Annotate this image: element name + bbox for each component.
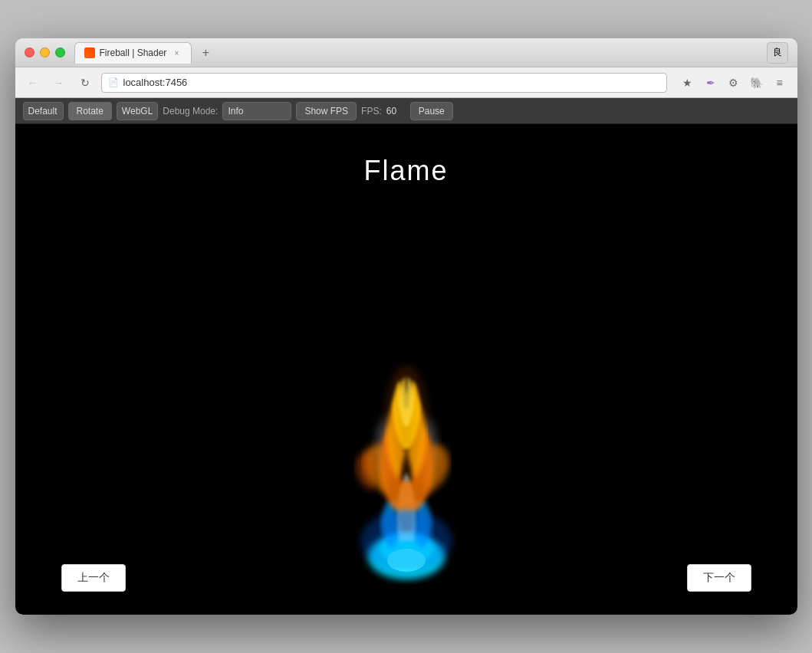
traffic-lights <box>25 48 65 57</box>
default-select[interactable]: Default <box>23 102 64 120</box>
tab-title: Fireball | Shader <box>100 48 167 58</box>
svg-point-3 <box>383 365 429 487</box>
extension-icon-1[interactable]: ✒ <box>701 73 721 93</box>
maximize-window-button[interactable] <box>55 48 65 57</box>
tab-close-button[interactable]: × <box>171 48 182 58</box>
debug-mode-select[interactable]: Info <box>222 102 291 120</box>
svg-point-4 <box>360 510 452 572</box>
active-tab[interactable]: Fireball | Shader × <box>74 42 192 64</box>
flame-title: Flame <box>363 155 448 187</box>
back-button[interactable]: ← <box>23 73 43 93</box>
flame-svg <box>330 273 483 595</box>
next-page-button[interactable]: 下一个 <box>687 564 751 592</box>
close-window-button[interactable] <box>25 48 35 57</box>
window-control-icon[interactable]: 良 <box>767 42 788 64</box>
webgl-badge: WebGL <box>117 102 158 120</box>
toolbar: Default Rotate WebGL Debug Mode: Info Sh… <box>15 98 797 124</box>
page-doc-icon: 📄 <box>108 77 119 87</box>
menu-button[interactable]: ≡ <box>770 73 790 93</box>
debug-mode-label: Debug Mode: <box>163 106 218 116</box>
tab-area: Fireball | Shader × + <box>74 42 767 64</box>
browser-window: Fireball | Shader × + 良 ← → ↻ 📄 localhos… <box>15 38 797 615</box>
extension-icon-2[interactable]: ⚙ <box>724 73 744 93</box>
address-right-icons: ★ ✒ ⚙ 🐘 ≡ <box>678 73 790 93</box>
tab-favicon-icon <box>84 48 95 58</box>
prev-page-button[interactable]: 上一个 <box>61 564 126 592</box>
extension-icon-3[interactable]: 🐘 <box>747 73 767 93</box>
pause-button[interactable]: Pause <box>410 102 453 120</box>
fps-label: FPS: <box>361 106 382 116</box>
reload-button[interactable]: ↻ <box>75 73 95 93</box>
forward-button[interactable]: → <box>49 73 69 93</box>
url-text: localhost:7456 <box>123 77 188 88</box>
fps-value: 60 <box>386 106 406 116</box>
address-bar: ← → ↻ 📄 localhost:7456 ★ ✒ ⚙ 🐘 ≡ <box>15 67 797 98</box>
rotate-button[interactable]: Rotate <box>68 102 112 120</box>
title-bar: Fireball | Shader × + 良 <box>15 38 797 67</box>
address-input[interactable]: 📄 localhost:7456 <box>101 73 667 93</box>
new-tab-button[interactable]: + <box>195 42 216 64</box>
canvas-area: Flame <box>15 124 797 615</box>
bookmark-button[interactable]: ★ <box>678 73 698 93</box>
nav-buttons: 上一个 下一个 <box>15 564 797 592</box>
flame-visualization <box>330 273 483 595</box>
minimize-window-button[interactable] <box>40 48 50 57</box>
show-fps-button[interactable]: Show FPS <box>296 102 357 120</box>
